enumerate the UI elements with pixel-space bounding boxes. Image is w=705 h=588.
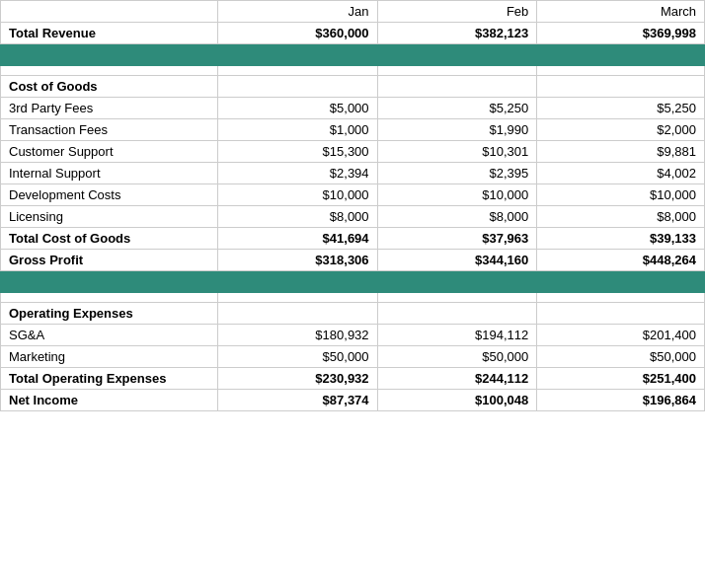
- row-value-jan: $41,694: [217, 228, 377, 250]
- row-value-feb: [377, 303, 537, 325]
- row-value-jan: $1,000: [217, 119, 377, 141]
- empty-cell: [537, 66, 705, 76]
- table-row: [1, 44, 705, 66]
- row-label: Total Operating Expenses: [1, 368, 218, 390]
- row-value-feb: $5,250: [377, 98, 537, 119]
- row-value-feb: $2,395: [377, 163, 537, 184]
- row-value-jan: $360,000: [217, 23, 377, 44]
- row-label: Customer Support: [1, 141, 218, 163]
- teal-cell: [217, 44, 377, 66]
- teal-cell: [537, 271, 705, 293]
- row-value-jan: $87,374: [217, 390, 377, 411]
- row-label: Net Income: [1, 390, 218, 411]
- row-label: SG&A: [1, 325, 218, 346]
- row-value-march: $50,000: [537, 346, 705, 368]
- row-value-feb: [377, 76, 537, 98]
- row-value-jan: $5,000: [217, 98, 377, 119]
- row-value-jan: [217, 303, 377, 325]
- table-row: Licensing$8,000$8,000$8,000: [1, 206, 705, 228]
- row-value-feb: $8,000: [377, 206, 537, 228]
- table-header-row: Jan Feb March: [1, 1, 705, 23]
- row-value-march: $369,998: [537, 23, 705, 44]
- financial-table: Jan Feb March Total Revenue$360,000$382,…: [0, 0, 705, 411]
- row-label: Development Costs: [1, 184, 218, 206]
- row-value-march: $201,400: [537, 325, 705, 346]
- table-row: Marketing$50,000$50,000$50,000: [1, 346, 705, 368]
- row-value-jan: $15,300: [217, 141, 377, 163]
- row-value-feb: $382,123: [377, 23, 537, 44]
- row-value-march: $4,002: [537, 163, 705, 184]
- table-row: Net Income$87,374$100,048$196,864: [1, 390, 705, 411]
- row-value-march: [537, 76, 705, 98]
- table-row: SG&A$180,932$194,112$201,400: [1, 325, 705, 346]
- row-label: Transaction Fees: [1, 119, 218, 141]
- row-value-march: $2,000: [537, 119, 705, 141]
- row-value-jan: $10,000: [217, 184, 377, 206]
- row-label: Marketing: [1, 346, 218, 368]
- row-value-march: $39,133: [537, 228, 705, 250]
- table-row: Development Costs$10,000$10,000$10,000: [1, 184, 705, 206]
- row-value-feb: $194,112: [377, 325, 537, 346]
- teal-cell: [1, 271, 218, 293]
- empty-cell: [1, 293, 218, 303]
- table-row: Customer Support$15,300$10,301$9,881: [1, 141, 705, 163]
- empty-cell: [1, 66, 218, 76]
- row-value-feb: $344,160: [377, 250, 537, 271]
- row-value-march: $5,250: [537, 98, 705, 119]
- row-value-march: $8,000: [537, 206, 705, 228]
- row-label: Gross Profit: [1, 250, 218, 271]
- empty-cell: [377, 293, 537, 303]
- row-value-jan: $318,306: [217, 250, 377, 271]
- row-value-feb: $1,990: [377, 119, 537, 141]
- row-value-feb: $37,963: [377, 228, 537, 250]
- row-value-march: $196,864: [537, 390, 705, 411]
- table-row: Operating Expenses: [1, 303, 705, 325]
- table-row: 3rd Party Fees$5,000$5,250$5,250: [1, 98, 705, 119]
- row-value-feb: $244,112: [377, 368, 537, 390]
- table-row: Cost of Goods: [1, 76, 705, 98]
- col-header-feb: Feb: [377, 1, 537, 23]
- teal-cell: [217, 271, 377, 293]
- table-row: [1, 293, 705, 303]
- teal-cell: [537, 44, 705, 66]
- table-row: Total Operating Expenses$230,932$244,112…: [1, 368, 705, 390]
- row-label: Cost of Goods: [1, 76, 218, 98]
- row-label: Total Cost of Goods: [1, 228, 218, 250]
- table-row: Internal Support$2,394$2,395$4,002: [1, 163, 705, 184]
- row-label: 3rd Party Fees: [1, 98, 218, 119]
- row-value-feb: $10,000: [377, 184, 537, 206]
- row-label: Operating Expenses: [1, 303, 218, 325]
- table-row: Gross Profit$318,306$344,160$448,264: [1, 250, 705, 271]
- empty-cell: [537, 293, 705, 303]
- table-row: Transaction Fees$1,000$1,990$2,000: [1, 119, 705, 141]
- row-value-jan: $50,000: [217, 346, 377, 368]
- row-value-jan: $180,932: [217, 325, 377, 346]
- row-label: Internal Support: [1, 163, 218, 184]
- row-value-march: $9,881: [537, 141, 705, 163]
- row-value-jan: $2,394: [217, 163, 377, 184]
- row-value-march: $10,000: [537, 184, 705, 206]
- row-value-feb: $10,301: [377, 141, 537, 163]
- row-label: Total Revenue: [1, 23, 218, 44]
- table-row: [1, 66, 705, 76]
- empty-cell: [377, 66, 537, 76]
- table-body: Total Revenue$360,000$382,123$369,998Cos…: [1, 23, 705, 411]
- table-row: Total Cost of Goods$41,694$37,963$39,133: [1, 228, 705, 250]
- row-value-jan: $8,000: [217, 206, 377, 228]
- row-value-march: $448,264: [537, 250, 705, 271]
- row-label: Licensing: [1, 206, 218, 228]
- teal-cell: [377, 271, 537, 293]
- empty-cell: [217, 66, 377, 76]
- row-value-feb: $50,000: [377, 346, 537, 368]
- row-value-feb: $100,048: [377, 390, 537, 411]
- row-value-march: $251,400: [537, 368, 705, 390]
- row-value-jan: $230,932: [217, 368, 377, 390]
- col-header-march: March: [537, 1, 705, 23]
- col-header-jan: Jan: [217, 1, 377, 23]
- table-row: [1, 271, 705, 293]
- row-value-march: [537, 303, 705, 325]
- col-header-label: [1, 1, 218, 23]
- teal-cell: [377, 44, 537, 66]
- table-row: Total Revenue$360,000$382,123$369,998: [1, 23, 705, 44]
- empty-cell: [217, 293, 377, 303]
